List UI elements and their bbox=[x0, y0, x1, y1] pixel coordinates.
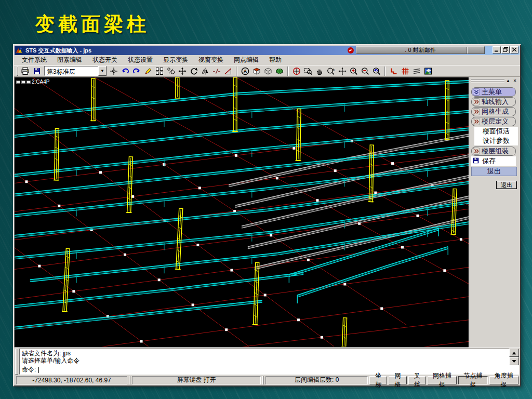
zoom-in-icon[interactable] bbox=[349, 66, 359, 76]
snap-toggle-3[interactable]: 网格捕捉 bbox=[428, 376, 457, 384]
sidebar-item-label: 网格生成 bbox=[482, 107, 509, 116]
menu-item-4[interactable]: 显示变换 bbox=[158, 55, 193, 65]
chevron-double-right-icon bbox=[473, 108, 480, 115]
status-bar: -72498.30, -18702.60, 46.97 屏幕键盘 打开 层间编辑… bbox=[14, 375, 520, 385]
snap-toggle-5[interactable]: 角度捕捉 bbox=[489, 376, 518, 384]
message-line: 请选择菜单/输入命令 bbox=[22, 357, 507, 364]
sidebar-group-button[interactable]: 楼层组装 bbox=[471, 147, 516, 156]
redo-icon[interactable] bbox=[131, 66, 142, 76]
sidebar-item-1: 轴线输入 bbox=[471, 97, 518, 106]
grid-icon[interactable] bbox=[400, 66, 410, 76]
toolbar-separator bbox=[236, 66, 237, 76]
screen-keyboard-status[interactable]: 屏幕键盘 打开 bbox=[132, 376, 261, 384]
printer-icon[interactable] bbox=[20, 66, 31, 76]
render-sphere-icon[interactable] bbox=[274, 66, 285, 76]
menu-item-3[interactable]: 状态设置 bbox=[123, 55, 157, 65]
node-crosshair-icon[interactable] bbox=[109, 66, 119, 76]
exit-button[interactable]: 退出 bbox=[471, 167, 517, 176]
zoom-window-icon[interactable] bbox=[303, 66, 313, 76]
panel-close-icon[interactable]: ✕ bbox=[512, 78, 518, 84]
close-button[interactable] bbox=[510, 46, 518, 54]
canvas-label: 2:CA4P bbox=[16, 79, 49, 85]
toolbar: 第3标准层▼A± bbox=[14, 65, 520, 77]
sidebar-subitem[interactable]: 楼面恒活 bbox=[474, 127, 518, 136]
sidebar-item-2: 网格生成 bbox=[471, 107, 518, 116]
window-grid-icon[interactable] bbox=[154, 66, 165, 76]
menu-item-5[interactable]: 视窗变换 bbox=[194, 55, 228, 65]
menu-item-6[interactable]: 网点编辑 bbox=[229, 55, 263, 65]
wire-box-icon[interactable] bbox=[263, 66, 273, 76]
panel-collapse-icon[interactable]: ▲ bbox=[505, 78, 511, 84]
menu-item-7[interactable]: 帮助 bbox=[264, 55, 286, 65]
menu-bar: 文件系统图素编辑状态开关状态设置显示变换视窗变换网点编辑帮助 bbox=[14, 55, 520, 65]
floating-exit-button[interactable]: 退出 bbox=[496, 181, 517, 189]
standard-floor-combobox[interactable]: 第3标准层▼ bbox=[44, 66, 107, 76]
combobox-value: 第3标准层 bbox=[44, 66, 98, 76]
snap-toggle-1[interactable]: 网格 bbox=[389, 376, 406, 384]
sidebar-item-label: 轴线输入 bbox=[482, 97, 509, 107]
compass-icon[interactable]: A bbox=[240, 66, 250, 76]
menu-item-1[interactable]: 图素编辑 bbox=[52, 55, 87, 65]
axis-line-icon[interactable] bbox=[389, 66, 399, 76]
maximize-button[interactable] bbox=[501, 46, 510, 54]
rotate-icon[interactable] bbox=[189, 66, 199, 76]
breakline-icon[interactable] bbox=[211, 66, 222, 76]
layer-box-icon bbox=[26, 81, 31, 84]
panel-drag-handle[interactable]: ▲ ✕ bbox=[471, 79, 518, 84]
sidebar-subitem[interactable]: 设计参数 bbox=[474, 136, 518, 145]
message-line: 缺省文件名为: jps bbox=[22, 350, 507, 357]
sidebar-item-3: 楼层定义 bbox=[471, 117, 518, 126]
scroll-down-icon[interactable] bbox=[509, 357, 519, 365]
save-icon[interactable] bbox=[32, 66, 42, 76]
trim-icon[interactable] bbox=[223, 66, 233, 76]
render-view-icon[interactable] bbox=[423, 66, 433, 76]
main-menu-button[interactable]: 主菜单 bbox=[471, 87, 516, 97]
save-label: 保存 bbox=[482, 156, 496, 166]
undo-icon[interactable] bbox=[120, 66, 130, 76]
snap-toggle-4[interactable]: 节点捕捉 bbox=[458, 376, 487, 384]
chevron-down-icon[interactable]: ▼ bbox=[98, 66, 107, 76]
window-controls bbox=[493, 46, 518, 54]
std-floor-icon[interactable] bbox=[411, 66, 422, 76]
minimize-button[interactable] bbox=[493, 46, 501, 54]
coordinates-readout: -72498.30, -18702.60, 46.97 bbox=[16, 376, 127, 384]
menu-item-0[interactable]: 文件系统 bbox=[17, 55, 51, 65]
sidebar-group-button[interactable]: 楼层定义 bbox=[471, 117, 516, 126]
handle-groove bbox=[471, 82, 504, 83]
move-icon[interactable] bbox=[177, 66, 188, 76]
layer-box-icon bbox=[16, 81, 20, 84]
layer-box-icon bbox=[21, 81, 25, 84]
menu-item-2[interactable]: 状态开关 bbox=[88, 55, 122, 65]
detach-icon[interactable] bbox=[166, 66, 176, 76]
floppy-icon bbox=[472, 157, 480, 166]
chevron-double-right-icon bbox=[473, 98, 480, 105]
edit-pencil-icon[interactable] bbox=[143, 66, 153, 76]
zoom-out-icon[interactable] bbox=[360, 66, 370, 76]
zoom-dynamic-icon[interactable]: ± bbox=[326, 66, 336, 76]
snap-toggle-2[interactable]: 叉丝 bbox=[408, 376, 426, 384]
solid-box-icon[interactable] bbox=[251, 66, 262, 76]
chevron-double-right-icon bbox=[473, 118, 480, 125]
save-button[interactable]: 保存 bbox=[471, 156, 516, 166]
toolbar-grip[interactable] bbox=[17, 66, 18, 76]
statusbar-divider bbox=[262, 376, 264, 384]
email-notifier[interactable]: . 0 封新邮件 bbox=[347, 46, 485, 54]
email-icon bbox=[347, 47, 354, 54]
chevron-double-right-icon bbox=[473, 148, 480, 155]
zoom-extents-icon[interactable] bbox=[291, 66, 302, 76]
zoom-previous-icon[interactable] bbox=[371, 66, 382, 76]
pan-cross-icon[interactable] bbox=[337, 66, 348, 76]
mirror-icon[interactable] bbox=[200, 66, 210, 76]
sidebar-item-label: 楼层定义 bbox=[482, 117, 509, 126]
layer-edit-count: 层间编辑层数: 0 bbox=[265, 376, 368, 384]
snap-toggle-0[interactable]: 坐标 bbox=[369, 376, 387, 384]
drawing-canvas[interactable]: 2:CA4P bbox=[14, 77, 469, 348]
window-titlebar[interactable]: STS 交互式数据输入 - jps . 0 封新邮件 bbox=[15, 46, 520, 55]
sidebar-group-button[interactable]: 网格生成 bbox=[471, 107, 516, 116]
notifier-bar: . 0 封新邮件 bbox=[356, 46, 485, 54]
command-grip[interactable] bbox=[15, 349, 18, 375]
handle-groove bbox=[471, 79, 504, 81]
sidebar-group-button[interactable]: 轴线输入 bbox=[471, 97, 516, 107]
pan-hand-icon[interactable] bbox=[314, 66, 325, 76]
scroll-up-icon[interactable] bbox=[509, 349, 519, 357]
